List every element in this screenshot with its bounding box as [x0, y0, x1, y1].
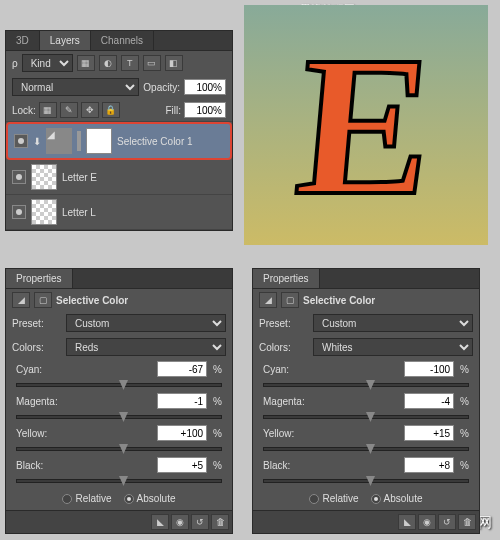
channel-label: Yellow: — [263, 428, 313, 439]
colors-label: Colors: — [259, 342, 309, 353]
lock-all-icon[interactable]: 🔒 — [102, 102, 120, 118]
panel-footer: ◣ ◉ ↺ 🗑 — [6, 510, 232, 533]
layer-name[interactable]: Letter E — [62, 172, 97, 183]
pct-label: % — [213, 364, 222, 375]
channel-slider[interactable] — [263, 383, 469, 387]
absolute-radio[interactable]: Absolute — [371, 493, 423, 504]
channel-input[interactable] — [157, 393, 207, 409]
tab-layers[interactable]: Layers — [40, 31, 91, 50]
channel-input[interactable] — [157, 425, 207, 441]
smart-filter-icon[interactable]: ◧ — [165, 55, 183, 71]
channel-input[interactable] — [157, 457, 207, 473]
channel-label: Yellow: — [16, 428, 66, 439]
pct-label: % — [460, 396, 469, 407]
colors-select[interactable]: Whites — [313, 338, 473, 356]
channel-slider[interactable] — [263, 447, 469, 451]
layer-thumb[interactable] — [31, 164, 57, 190]
channel-slider[interactable] — [263, 479, 469, 483]
method-radio: Relative Absolute — [253, 487, 479, 510]
tab-3d[interactable]: 3D — [6, 31, 40, 50]
adjustment-icon: ◢ — [12, 292, 30, 308]
layer-name[interactable]: Letter L — [62, 207, 96, 218]
colors-label: Colors: — [12, 342, 62, 353]
channel-slider[interactable] — [263, 415, 469, 419]
channel-input[interactable] — [404, 457, 454, 473]
channel-slider[interactable] — [16, 415, 222, 419]
clip-icon: ⬇ — [33, 136, 41, 147]
relative-radio[interactable]: Relative — [309, 493, 358, 504]
tab-channels[interactable]: Channels — [91, 31, 154, 50]
lock-row: Lock: ▦ ✎ ✥ 🔒 Fill: — [6, 99, 232, 122]
letter-art: E — [289, 11, 442, 240]
channel-input[interactable] — [404, 425, 454, 441]
preview-image: E — [244, 5, 488, 245]
view-prev-icon[interactable]: ◉ — [418, 514, 436, 530]
clip-icon[interactable]: ◣ — [398, 514, 416, 530]
channel-label: Cyan: — [263, 364, 313, 375]
tab-properties[interactable]: Properties — [253, 269, 320, 288]
method-radio: Relative Absolute — [6, 487, 232, 510]
pixel-filter-icon[interactable]: ▦ — [77, 55, 95, 71]
fill-label: Fill: — [165, 105, 181, 116]
filter-row: ρ Kind ▦ ◐ T ▭ ◧ — [6, 51, 232, 75]
pct-label: % — [213, 428, 222, 439]
adjust-filter-icon[interactable]: ◐ — [99, 55, 117, 71]
channel-slider[interactable] — [16, 447, 222, 451]
layer-thumb[interactable] — [31, 199, 57, 225]
trash-icon[interactable]: 🗑 — [211, 514, 229, 530]
panel-tabs: 3D Layers Channels — [6, 31, 232, 51]
visibility-icon[interactable] — [12, 205, 26, 219]
blend-mode-select[interactable]: Normal — [12, 78, 139, 96]
visibility-icon[interactable] — [14, 134, 28, 148]
mask-icon[interactable]: ▢ — [281, 292, 299, 308]
kind-select[interactable]: Kind — [22, 54, 73, 72]
header-text: Selective Color — [56, 295, 128, 306]
layer-name[interactable]: Selective Color 1 — [117, 136, 193, 147]
reset-icon[interactable]: ↺ — [191, 514, 209, 530]
trash-icon[interactable]: 🗑 — [458, 514, 476, 530]
preset-select[interactable]: Custom — [66, 314, 226, 332]
mask-thumb[interactable] — [86, 128, 112, 154]
lock-label: Lock: — [12, 105, 36, 116]
pct-label: % — [213, 396, 222, 407]
clip-icon[interactable]: ◣ — [151, 514, 169, 530]
reset-icon[interactable]: ↺ — [438, 514, 456, 530]
channel-input[interactable] — [404, 361, 454, 377]
opacity-input[interactable] — [184, 79, 226, 95]
lock-move-icon[interactable]: ✥ — [81, 102, 99, 118]
layer-letter-l[interactable]: Letter L — [6, 195, 232, 230]
channel-slider[interactable] — [16, 383, 222, 387]
pct-label: % — [460, 364, 469, 375]
pct-label: % — [213, 460, 222, 471]
properties-panel-1: Properties ◢▢Selective Color Preset:Cust… — [5, 268, 233, 534]
lock-paint-icon[interactable]: ✎ — [60, 102, 78, 118]
channel-label: Black: — [16, 460, 66, 471]
pct-label: % — [460, 460, 469, 471]
fill-input[interactable] — [184, 102, 226, 118]
preset-select[interactable]: Custom — [313, 314, 473, 332]
blend-row: Normal Opacity: — [6, 75, 232, 99]
adjustment-thumb[interactable]: ◢ — [46, 128, 72, 154]
layer-selective-color[interactable]: ⬇ ◢ Selective Color 1 — [6, 122, 232, 160]
preset-label: Preset: — [259, 318, 309, 329]
relative-radio[interactable]: Relative — [62, 493, 111, 504]
absolute-radio[interactable]: Absolute — [124, 493, 176, 504]
visibility-icon[interactable] — [12, 170, 26, 184]
colors-select[interactable]: Reds — [66, 338, 226, 356]
channel-input[interactable] — [404, 393, 454, 409]
panel-footer: ◣ ◉ ↺ 🗑 — [253, 510, 479, 533]
header-text: Selective Color — [303, 295, 375, 306]
shape-filter-icon[interactable]: ▭ — [143, 55, 161, 71]
layer-letter-e[interactable]: Letter E — [6, 160, 232, 195]
tab-properties[interactable]: Properties — [6, 269, 73, 288]
channel-input[interactable] — [157, 361, 207, 377]
pct-label: % — [460, 428, 469, 439]
channel-label: Cyan: — [16, 364, 66, 375]
lock-trans-icon[interactable]: ▦ — [39, 102, 57, 118]
view-prev-icon[interactable]: ◉ — [171, 514, 189, 530]
channel-slider[interactable] — [16, 479, 222, 483]
properties-panel-2: Properties ◢▢Selective Color Preset:Cust… — [252, 268, 480, 534]
channel-label: Magenta: — [16, 396, 66, 407]
mask-icon[interactable]: ▢ — [34, 292, 52, 308]
type-filter-icon[interactable]: T — [121, 55, 139, 71]
